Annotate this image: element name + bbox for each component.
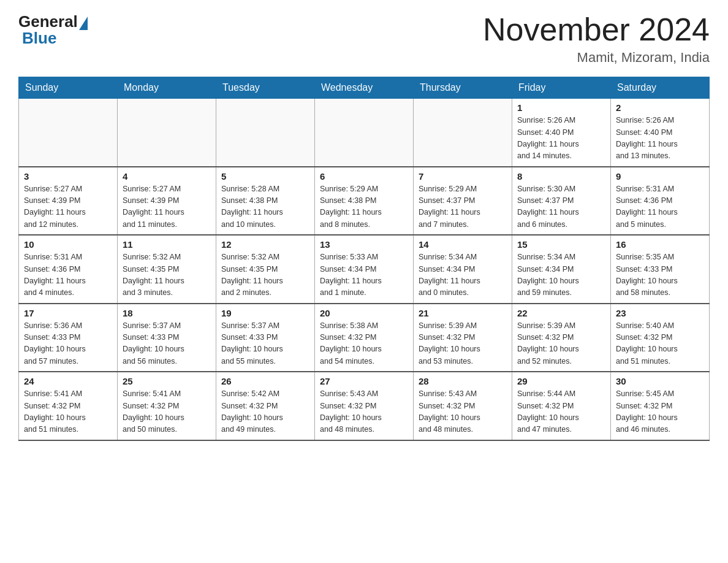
calendar-cell: 30Sunrise: 5:45 AM Sunset: 4:32 PM Dayli… — [611, 372, 710, 440]
day-info: Sunrise: 5:31 AM Sunset: 4:36 PM Dayligh… — [616, 183, 704, 231]
calendar-cell: 13Sunrise: 5:33 AM Sunset: 4:34 PM Dayli… — [315, 235, 414, 304]
day-number: 15 — [517, 239, 605, 250]
day-info: Sunrise: 5:34 AM Sunset: 4:34 PM Dayligh… — [517, 251, 605, 299]
calendar-cell: 22Sunrise: 5:39 AM Sunset: 4:32 PM Dayli… — [512, 304, 611, 372]
day-info: Sunrise: 5:32 AM Sunset: 4:35 PM Dayligh… — [123, 251, 211, 299]
day-number: 26 — [221, 376, 309, 386]
calendar-cell: 6Sunrise: 5:29 AM Sunset: 4:38 PM Daylig… — [315, 167, 414, 236]
calendar-cell: 4Sunrise: 5:27 AM Sunset: 4:39 PM Daylig… — [118, 167, 216, 236]
day-info: Sunrise: 5:37 AM Sunset: 4:33 PM Dayligh… — [221, 320, 309, 368]
calendar-week-3: 10Sunrise: 5:31 AM Sunset: 4:36 PM Dayli… — [19, 235, 710, 304]
day-number: 16 — [616, 239, 704, 250]
day-info: Sunrise: 5:39 AM Sunset: 4:32 PM Dayligh… — [419, 320, 507, 368]
day-info: Sunrise: 5:33 AM Sunset: 4:34 PM Dayligh… — [320, 251, 408, 299]
logo: General Blue — [18, 12, 88, 48]
calendar-cell: 11Sunrise: 5:32 AM Sunset: 4:35 PM Dayli… — [118, 235, 216, 304]
calendar-week-5: 24Sunrise: 5:41 AM Sunset: 4:32 PM Dayli… — [19, 372, 710, 440]
calendar-cell: 16Sunrise: 5:35 AM Sunset: 4:33 PM Dayli… — [611, 235, 710, 304]
calendar-cell: 1Sunrise: 5:26 AM Sunset: 4:40 PM Daylig… — [512, 99, 611, 167]
day-number: 25 — [123, 376, 211, 386]
day-number: 20 — [320, 308, 408, 318]
day-info: Sunrise: 5:28 AM Sunset: 4:38 PM Dayligh… — [221, 183, 309, 231]
day-number: 9 — [616, 171, 704, 182]
day-number: 12 — [221, 239, 309, 250]
calendar-cell: 19Sunrise: 5:37 AM Sunset: 4:33 PM Dayli… — [216, 304, 315, 372]
weekday-header-wednesday: Wednesday — [315, 77, 414, 99]
day-number: 17 — [24, 308, 112, 318]
calendar-cell: 24Sunrise: 5:41 AM Sunset: 4:32 PM Dayli… — [19, 372, 118, 440]
calendar-cell: 3Sunrise: 5:27 AM Sunset: 4:39 PM Daylig… — [19, 167, 118, 236]
day-number: 5 — [221, 171, 309, 182]
day-number: 13 — [320, 239, 408, 250]
calendar-cell: 10Sunrise: 5:31 AM Sunset: 4:36 PM Dayli… — [19, 235, 118, 304]
day-info: Sunrise: 5:30 AM Sunset: 4:37 PM Dayligh… — [517, 183, 605, 231]
weekday-header-row: SundayMondayTuesdayWednesdayThursdayFrid… — [19, 77, 710, 99]
day-info: Sunrise: 5:43 AM Sunset: 4:32 PM Dayligh… — [419, 388, 507, 436]
calendar-cell — [19, 99, 118, 167]
calendar-cell: 15Sunrise: 5:34 AM Sunset: 4:34 PM Dayli… — [512, 235, 611, 304]
day-number: 24 — [24, 376, 112, 386]
day-info: Sunrise: 5:29 AM Sunset: 4:38 PM Dayligh… — [320, 183, 408, 231]
calendar-week-4: 17Sunrise: 5:36 AM Sunset: 4:33 PM Dayli… — [19, 304, 710, 372]
day-number: 19 — [221, 308, 309, 318]
title-block: November 2024 Mamit, Mizoram, India — [483, 12, 710, 66]
day-number: 18 — [123, 308, 211, 318]
calendar-cell — [216, 99, 315, 167]
day-number: 14 — [419, 239, 507, 250]
calendar-cell — [414, 99, 512, 167]
day-info: Sunrise: 5:39 AM Sunset: 4:32 PM Dayligh… — [517, 320, 605, 368]
day-number: 21 — [419, 308, 507, 318]
weekday-header-saturday: Saturday — [611, 77, 710, 99]
day-info: Sunrise: 5:26 AM Sunset: 4:40 PM Dayligh… — [517, 115, 605, 163]
calendar-cell: 7Sunrise: 5:29 AM Sunset: 4:37 PM Daylig… — [414, 167, 512, 236]
day-number: 28 — [419, 376, 507, 386]
calendar-cell — [118, 99, 216, 167]
calendar-body: 1Sunrise: 5:26 AM Sunset: 4:40 PM Daylig… — [19, 99, 710, 440]
day-number: 8 — [517, 171, 605, 182]
month-title: November 2024 — [483, 12, 710, 47]
calendar-cell: 25Sunrise: 5:41 AM Sunset: 4:32 PM Dayli… — [118, 372, 216, 440]
weekday-header-friday: Friday — [512, 77, 611, 99]
day-info: Sunrise: 5:29 AM Sunset: 4:37 PM Dayligh… — [419, 183, 507, 231]
day-number: 30 — [616, 376, 704, 386]
day-number: 11 — [123, 239, 211, 250]
calendar-cell — [315, 99, 414, 167]
calendar-cell: 14Sunrise: 5:34 AM Sunset: 4:34 PM Dayli… — [414, 235, 512, 304]
calendar-cell: 27Sunrise: 5:43 AM Sunset: 4:32 PM Dayli… — [315, 372, 414, 440]
day-info: Sunrise: 5:44 AM Sunset: 4:32 PM Dayligh… — [517, 388, 605, 436]
day-info: Sunrise: 5:43 AM Sunset: 4:32 PM Dayligh… — [320, 388, 408, 436]
day-info: Sunrise: 5:40 AM Sunset: 4:32 PM Dayligh… — [616, 320, 704, 368]
day-info: Sunrise: 5:41 AM Sunset: 4:32 PM Dayligh… — [24, 388, 112, 436]
day-info: Sunrise: 5:45 AM Sunset: 4:32 PM Dayligh… — [616, 388, 704, 436]
calendar-week-1: 1Sunrise: 5:26 AM Sunset: 4:40 PM Daylig… — [19, 99, 710, 167]
weekday-header-thursday: Thursday — [414, 77, 512, 99]
day-number: 7 — [419, 171, 507, 182]
day-number: 22 — [517, 308, 605, 318]
calendar-cell: 8Sunrise: 5:30 AM Sunset: 4:37 PM Daylig… — [512, 167, 611, 236]
weekday-header-monday: Monday — [118, 77, 216, 99]
calendar-cell: 12Sunrise: 5:32 AM Sunset: 4:35 PM Dayli… — [216, 235, 315, 304]
weekday-header-tuesday: Tuesday — [216, 77, 315, 99]
day-info: Sunrise: 5:31 AM Sunset: 4:36 PM Dayligh… — [24, 251, 112, 299]
calendar-cell: 28Sunrise: 5:43 AM Sunset: 4:32 PM Dayli… — [414, 372, 512, 440]
day-number: 23 — [616, 308, 704, 318]
day-number: 2 — [616, 102, 704, 113]
day-info: Sunrise: 5:27 AM Sunset: 4:39 PM Dayligh… — [123, 183, 211, 231]
day-number: 3 — [24, 171, 112, 182]
calendar-cell: 26Sunrise: 5:42 AM Sunset: 4:32 PM Dayli… — [216, 372, 315, 440]
day-number: 1 — [517, 102, 605, 113]
day-number: 10 — [24, 239, 112, 250]
day-number: 29 — [517, 376, 605, 386]
calendar-cell: 29Sunrise: 5:44 AM Sunset: 4:32 PM Dayli… — [512, 372, 611, 440]
day-info: Sunrise: 5:41 AM Sunset: 4:32 PM Dayligh… — [123, 388, 211, 436]
calendar-cell: 21Sunrise: 5:39 AM Sunset: 4:32 PM Dayli… — [414, 304, 512, 372]
weekday-header-sunday: Sunday — [19, 77, 118, 99]
calendar-cell: 9Sunrise: 5:31 AM Sunset: 4:36 PM Daylig… — [611, 167, 710, 236]
day-info: Sunrise: 5:26 AM Sunset: 4:40 PM Dayligh… — [616, 115, 704, 163]
logo-triangle-icon — [79, 17, 88, 30]
location-title: Mamit, Mizoram, India — [483, 50, 710, 66]
calendar-cell: 2Sunrise: 5:26 AM Sunset: 4:40 PM Daylig… — [611, 99, 710, 167]
day-number: 27 — [320, 376, 408, 386]
calendar-cell: 17Sunrise: 5:36 AM Sunset: 4:33 PM Dayli… — [19, 304, 118, 372]
day-number: 4 — [123, 171, 211, 182]
